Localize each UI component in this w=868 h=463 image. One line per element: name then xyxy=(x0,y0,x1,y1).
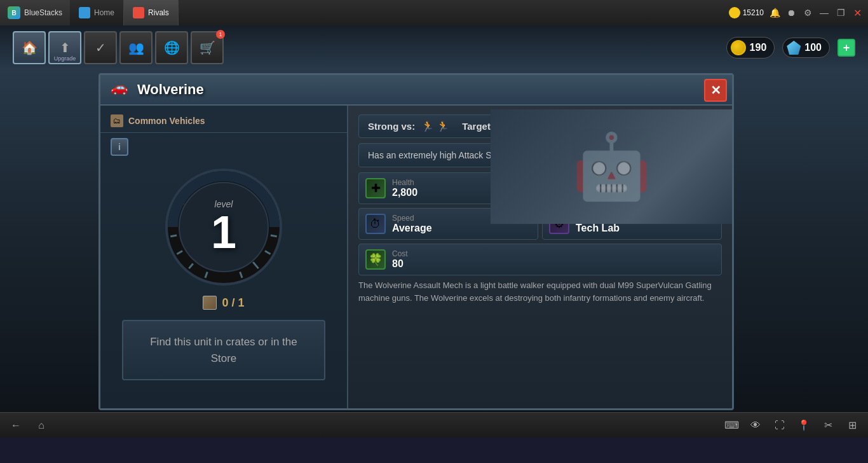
record-icon[interactable]: ⏺ xyxy=(785,7,797,18)
coins-resource: 190 xyxy=(726,37,775,59)
rivals-tab-label: Rivals xyxy=(148,8,169,17)
unit-full-description: The Wolverine Assault Mech is a light ba… xyxy=(348,279,732,304)
vs-air-icon: 🏃 xyxy=(437,120,449,132)
barracks-hud-icon[interactable]: 🏠 xyxy=(13,31,46,64)
close-button[interactable]: ✕ xyxy=(851,7,863,18)
home-tab-icon xyxy=(79,7,90,18)
hud-resources: 190 100 + xyxy=(726,37,855,59)
health-value: 2,800 xyxy=(392,187,417,198)
category-icon: 🗂 xyxy=(111,114,123,127)
category-text: Common Vehicles xyxy=(128,116,205,126)
unit-type-icon: 🚗 xyxy=(111,79,131,100)
level-value: 1 xyxy=(211,209,236,255)
vs-infantry-icon: 🏃 xyxy=(421,120,434,132)
strong-vs-label: Strong vs: xyxy=(368,121,415,132)
fullscreen-icon[interactable]: ⛶ xyxy=(770,416,789,435)
gems-value: 100 xyxy=(804,42,822,53)
rivals-tab[interactable]: Rivals xyxy=(124,0,179,25)
coins-value: 190 xyxy=(750,42,767,53)
upgrade-label: Upgrade xyxy=(50,55,80,62)
svg-line-13 xyxy=(170,235,177,237)
speed-icon: ⏱ xyxy=(365,214,386,234)
bluestacks-label: BlueStacks xyxy=(24,8,62,17)
title-bar-right: 15210 🔔 ⏺ ⚙ — ❐ ✕ xyxy=(729,7,868,18)
coin-icon xyxy=(731,40,746,55)
gems-resource: 100 xyxy=(782,38,830,58)
titlebar-coin-value: 15210 xyxy=(743,8,764,17)
title-bar-left: B BlueStacks Home Rivals xyxy=(0,0,179,25)
cards-count: 0 / 1 xyxy=(222,296,244,310)
level-wheel: level 1 xyxy=(160,163,287,291)
unit-silhouette: 🤖 xyxy=(572,129,651,204)
vs-icons: 🏃 🏃 xyxy=(421,120,449,132)
home-tab-label: Home xyxy=(94,8,114,17)
bluestacks-logo: B xyxy=(8,6,20,19)
taskbar-right: ⌨ 👁 ⛶ 📍 ✂ ⊞ xyxy=(722,416,862,435)
unit-artwork: 🤖 xyxy=(491,109,732,224)
settings-icon[interactable]: ⚙ xyxy=(802,7,813,18)
cost-icon: 🍀 xyxy=(365,249,386,270)
titlebar-coins: 15210 xyxy=(729,7,764,18)
game-area: 🏠 ⬆ Upgrade ✓ 👥 🌐 🛒 1 190 100 + 🚗 xyxy=(0,25,868,438)
speed-content: Speed Average xyxy=(392,214,432,234)
minimize-button[interactable]: — xyxy=(818,7,830,18)
cards-display: 0 / 1 xyxy=(203,296,244,310)
title-bar: B BlueStacks Home Rivals 15210 🔔 ⏺ ⚙ — ❐… xyxy=(0,0,868,25)
cost-row: 🍀 Cost 80 xyxy=(358,244,722,275)
left-panel: 🗂 Common Vehicles i xyxy=(100,75,348,408)
globe-hud-icon[interactable]: 🌐 xyxy=(155,31,188,64)
svg-line-6 xyxy=(271,235,277,237)
find-store-text: Find this unit in crates or in the Store xyxy=(150,336,297,364)
unit-dialog: 🚗 Wolverine ✕ 🗂 Common Vehicles i xyxy=(98,73,734,410)
rivals-tab-icon xyxy=(133,7,144,18)
right-panel: 🤖 Strong vs: 🏃 🏃 Targets: Air & Ground H… xyxy=(348,75,732,408)
info-button[interactable]: i xyxy=(111,138,128,156)
home-tab[interactable]: Home xyxy=(70,0,124,25)
card-icon xyxy=(203,296,217,310)
speed-label: Speed xyxy=(392,214,432,223)
building-value: Tech Lab xyxy=(576,223,620,234)
location-icon[interactable]: 📍 xyxy=(794,416,813,435)
shop-hud-icon[interactable]: 🛒 1 xyxy=(191,31,224,64)
shop-badge: 1 xyxy=(216,30,225,39)
titlebar-coin-icon xyxy=(729,7,740,18)
taskbar: ← ⌂ ⌨ 👁 ⛶ 📍 ✂ ⊞ xyxy=(0,412,868,438)
restore-button[interactable]: ❐ xyxy=(835,7,846,18)
notification-icon[interactable]: 🔔 xyxy=(769,7,780,18)
level-display: level 1 xyxy=(211,199,236,255)
speed-value: Average xyxy=(392,223,432,234)
cost-value: 80 xyxy=(392,258,408,270)
keyboard-icon[interactable]: ⌨ xyxy=(722,416,741,435)
upgrade-hud-icon[interactable]: ⬆ Upgrade xyxy=(48,31,81,64)
health-label: Health xyxy=(392,178,417,187)
health-content: Health 2,800 xyxy=(392,178,417,198)
health-icon: ✚ xyxy=(365,178,386,198)
cut-icon[interactable]: ✂ xyxy=(818,416,837,435)
add-resource-button[interactable]: + xyxy=(837,39,855,57)
find-store-box: Find this unit in crates or in the Store xyxy=(122,320,325,380)
bluestacks-app-tab[interactable]: B BlueStacks xyxy=(0,0,70,25)
eye-icon[interactable]: 👁 xyxy=(746,416,765,435)
cost-label: Cost xyxy=(392,249,408,258)
back-button[interactable]: ← xyxy=(6,416,25,435)
gem-icon xyxy=(787,41,801,55)
home-button[interactable]: ⌂ xyxy=(32,416,51,435)
category-label: 🗂 Common Vehicles xyxy=(100,109,347,133)
unit-description-text: The Wolverine Assault Mech is a light ba… xyxy=(358,280,712,303)
top-hud: 🏠 ⬆ Upgrade ✓ 👥 🌐 🛒 1 190 100 + xyxy=(0,25,868,70)
dialog-title: Wolverine xyxy=(137,81,204,98)
grid-icon[interactable]: ⊞ xyxy=(843,416,862,435)
cost-content: Cost 80 xyxy=(392,249,408,270)
check-hud-icon[interactable]: ✓ xyxy=(84,31,117,64)
team-hud-icon[interactable]: 👥 xyxy=(119,31,153,64)
